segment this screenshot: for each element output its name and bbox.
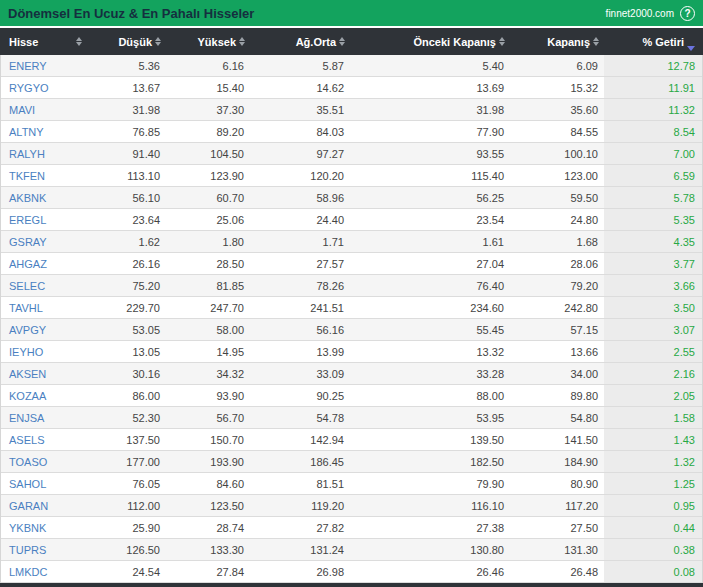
stock-cell: AHGAZ bbox=[1, 253, 88, 275]
value-cell: 81.85 bbox=[166, 275, 250, 297]
table-row: AHGAZ26.1628.5027.5727.0428.063.77 bbox=[1, 253, 702, 275]
table-row: TAVHL229.70247.70241.51234.60242.803.50 bbox=[1, 297, 702, 319]
value-cell: 26.16 bbox=[88, 253, 166, 275]
column-header-hisse[interactable]: Hisse bbox=[1, 28, 88, 55]
question-mark-icon[interactable]: ? bbox=[680, 6, 695, 21]
stock-ticker-link[interactable]: GSRAY bbox=[9, 236, 47, 248]
value-cell: 142.94 bbox=[250, 429, 350, 451]
stock-ticker-link[interactable]: TAVHL bbox=[9, 302, 43, 314]
value-cell: 56.16 bbox=[250, 319, 350, 341]
stock-cell: KOZAA bbox=[1, 385, 88, 407]
stock-ticker-link[interactable]: GARAN bbox=[9, 500, 48, 512]
stock-ticker-link[interactable]: RYGYO bbox=[9, 82, 49, 94]
return-cell: 2.05 bbox=[604, 385, 702, 407]
value-cell: 27.50 bbox=[510, 517, 604, 539]
value-cell: 54.78 bbox=[250, 407, 350, 429]
value-cell: 24.54 bbox=[88, 561, 166, 583]
value-cell: 27.82 bbox=[250, 517, 350, 539]
value-cell: 247.70 bbox=[166, 297, 250, 319]
value-cell: 13.69 bbox=[350, 77, 510, 99]
value-cell: 229.70 bbox=[88, 297, 166, 319]
value-cell: 123.50 bbox=[166, 495, 250, 517]
value-cell: 80.90 bbox=[510, 473, 604, 495]
value-cell: 13.05 bbox=[88, 341, 166, 363]
stock-cell: SELEC bbox=[1, 275, 88, 297]
column-header-dusuk[interactable]: Düşük bbox=[88, 28, 166, 55]
stock-ticker-link[interactable]: YKBNK bbox=[9, 522, 46, 534]
column-header-getiri[interactable]: % Getiri bbox=[604, 28, 702, 55]
stock-ticker-link[interactable]: ENJSA bbox=[9, 412, 44, 424]
stock-ticker-link[interactable]: AKBNK bbox=[9, 192, 46, 204]
stock-ticker-link[interactable]: SELEC bbox=[9, 280, 45, 292]
table-row: IEYHO13.0514.9513.9913.3213.662.55 bbox=[1, 341, 702, 363]
stock-ticker-link[interactable]: AVPGY bbox=[9, 324, 46, 336]
value-cell: 54.80 bbox=[510, 407, 604, 429]
stock-ticker-link[interactable]: ASELS bbox=[9, 434, 44, 446]
return-cell: 0.38 bbox=[604, 539, 702, 561]
stock-cell: YKBNK bbox=[1, 517, 88, 539]
table-row: ASELS137.50150.70142.94139.50141.501.43 bbox=[1, 429, 702, 451]
value-cell: 88.00 bbox=[350, 385, 510, 407]
value-cell: 5.87 bbox=[250, 55, 350, 77]
column-header-kapanis[interactable]: Kapanış bbox=[510, 28, 604, 55]
value-cell: 242.80 bbox=[510, 297, 604, 319]
value-cell: 234.60 bbox=[350, 297, 510, 319]
return-cell: 2.55 bbox=[604, 341, 702, 363]
value-cell: 79.20 bbox=[510, 275, 604, 297]
value-cell: 35.60 bbox=[510, 99, 604, 121]
stock-ticker-link[interactable]: SAHOL bbox=[9, 478, 46, 490]
stock-ticker-link[interactable]: ALTNY bbox=[9, 126, 44, 138]
stock-ticker-link[interactable]: TKFEN bbox=[9, 170, 45, 182]
value-cell: 133.30 bbox=[166, 539, 250, 561]
value-cell: 93.55 bbox=[350, 143, 510, 165]
stock-ticker-link[interactable]: MAVI bbox=[9, 104, 35, 116]
stock-ticker-link[interactable]: ENERY bbox=[9, 60, 47, 72]
value-cell: 182.50 bbox=[350, 451, 510, 473]
stock-ticker-link[interactable]: KOZAA bbox=[9, 390, 46, 402]
return-cell: 1.32 bbox=[604, 451, 702, 473]
value-cell: 23.54 bbox=[350, 209, 510, 231]
value-cell: 13.32 bbox=[350, 341, 510, 363]
stock-ticker-link[interactable]: TOASO bbox=[9, 456, 47, 468]
return-cell: 0.08 bbox=[604, 561, 702, 583]
value-cell: 27.38 bbox=[350, 517, 510, 539]
stock-ticker-link[interactable]: AHGAZ bbox=[9, 258, 47, 270]
return-cell: 3.77 bbox=[604, 253, 702, 275]
sort-icon bbox=[593, 37, 599, 46]
return-cell: 5.78 bbox=[604, 187, 702, 209]
stock-cell: IEYHO bbox=[1, 341, 88, 363]
sort-desc-icon bbox=[687, 46, 695, 51]
stock-cell: ALTNY bbox=[1, 121, 88, 143]
brand: finnet2000.com ? bbox=[606, 6, 695, 21]
column-label: Düşük bbox=[118, 36, 152, 48]
column-header-yuksek[interactable]: Yüksek bbox=[166, 28, 250, 55]
stock-ticker-link[interactable]: LMKDC bbox=[9, 566, 48, 578]
value-cell: 131.24 bbox=[250, 539, 350, 561]
value-cell: 30.16 bbox=[88, 363, 166, 385]
stock-ticker-link[interactable]: TUPRS bbox=[9, 544, 46, 556]
stock-ticker-link[interactable]: EREGL bbox=[9, 214, 46, 226]
sort-icon bbox=[155, 37, 161, 46]
stock-ticker-link[interactable]: RALYH bbox=[9, 148, 45, 160]
sort-icon bbox=[499, 37, 505, 46]
value-cell: 27.84 bbox=[166, 561, 250, 583]
value-cell: 77.90 bbox=[350, 121, 510, 143]
table-row: LMKDC24.5427.8426.9826.4626.480.08 bbox=[1, 561, 702, 583]
value-cell: 86.00 bbox=[88, 385, 166, 407]
value-cell: 25.06 bbox=[166, 209, 250, 231]
column-header-onceki[interactable]: Önceki Kapanış bbox=[350, 28, 510, 55]
table-row: ENJSA52.3056.7054.7853.9554.801.58 bbox=[1, 407, 702, 429]
value-cell: 193.90 bbox=[166, 451, 250, 473]
value-cell: 53.95 bbox=[350, 407, 510, 429]
stock-ticker-link[interactable]: IEYHO bbox=[9, 346, 43, 358]
value-cell: 34.00 bbox=[510, 363, 604, 385]
stock-ticker-link[interactable]: AKSEN bbox=[9, 368, 46, 380]
value-cell: 116.10 bbox=[350, 495, 510, 517]
value-cell: 33.09 bbox=[250, 363, 350, 385]
value-cell: 93.90 bbox=[166, 385, 250, 407]
column-header-agorta[interactable]: Ağ.Orta bbox=[250, 28, 350, 55]
value-cell: 1.71 bbox=[250, 231, 350, 253]
table-row: KOZAA86.0093.9090.2588.0089.802.05 bbox=[1, 385, 702, 407]
value-cell: 56.70 bbox=[166, 407, 250, 429]
value-cell: 130.80 bbox=[350, 539, 510, 561]
